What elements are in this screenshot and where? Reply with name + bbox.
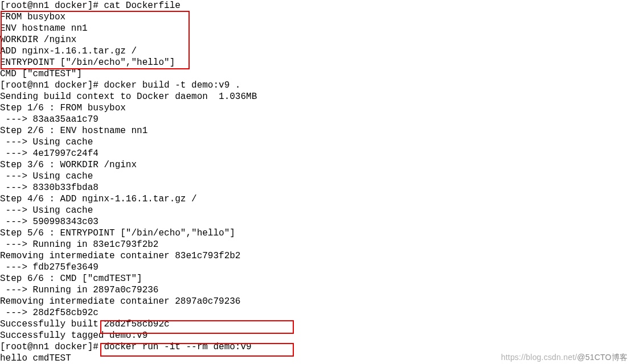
build-output-line: Step 6/6 : CMD ["cmdTEST"] xyxy=(0,273,631,284)
cmd-cat-dockerfile[interactable]: [root@nn1 docker]# cat Dockerfile xyxy=(0,0,631,11)
build-output-line: Step 4/6 : ADD nginx-1.16.1.tar.gz / xyxy=(0,193,631,205)
cmd-docker-run-1[interactable]: [root@nn1 docker]# docker run -it --rm d… xyxy=(0,341,631,353)
build-output-line: Removing intermediate container 2897a0c7… xyxy=(0,296,631,307)
build-output-line: Step 1/6 : FROM busybox xyxy=(0,102,631,114)
build-output-line: ---> 28d2f58cb92c xyxy=(0,307,631,318)
build-output-line: ---> fdb275fe3649 xyxy=(0,262,631,273)
build-output-line: ---> 8330b33fbda8 xyxy=(0,182,631,193)
build-output-line: ---> Using cache xyxy=(0,205,631,216)
dockerfile-line: ENV hostname nn1 xyxy=(0,23,631,34)
build-output-line: Successfully built 28d2f58cb92c xyxy=(0,318,631,330)
watermark-brand: @51CTO博客 xyxy=(577,353,628,362)
build-output-line: ---> 590998343c03 xyxy=(0,216,631,228)
build-output-line: Step 2/6 : ENV hostname nn1 xyxy=(0,125,631,136)
dockerfile-line: FROM busybox xyxy=(0,11,631,23)
build-output-line: Sending build context to Docker daemon 1… xyxy=(0,91,631,102)
watermark-url: https://blog.csdn.net/ xyxy=(501,353,577,362)
dockerfile-line: WORKDIR /nginx xyxy=(0,34,631,46)
dockerfile-line: ADD nginx-1.16.1.tar.gz / xyxy=(0,46,631,57)
build-output-line: Step 3/6 : WORKDIR /nginx xyxy=(0,159,631,171)
watermark: https://blog.csdn.net/@51CTO博客 xyxy=(501,351,628,363)
build-output-line: ---> Running in 2897a0c79236 xyxy=(0,284,631,296)
build-output-line: ---> 83aa35aa1c79 xyxy=(0,114,631,125)
build-output-line: ---> Running in 83e1c793f2b2 xyxy=(0,239,631,250)
build-output-line: Successfully tagged demo:v9 xyxy=(0,330,631,341)
dockerfile-line: ENTRYPOINT ["/bin/echo","hello"] xyxy=(0,57,631,68)
dockerfile-line: CMD ["cmdTEST"] xyxy=(0,68,631,80)
terminal-output[interactable]: [root@nn1 docker]# cat DockerfileFROM bu… xyxy=(0,0,631,364)
build-output-line: ---> 4e17997c24f4 xyxy=(0,148,631,159)
build-output-line: Removing intermediate container 83e1c793… xyxy=(0,250,631,262)
build-output-line: ---> Using cache xyxy=(0,136,631,148)
cmd-docker-build[interactable]: [root@nn1 docker]# docker build -t demo:… xyxy=(0,80,631,91)
build-output-line: Step 5/6 : ENTRYPOINT ["/bin/echo","hell… xyxy=(0,228,631,239)
build-output-line: ---> Using cache xyxy=(0,171,631,182)
